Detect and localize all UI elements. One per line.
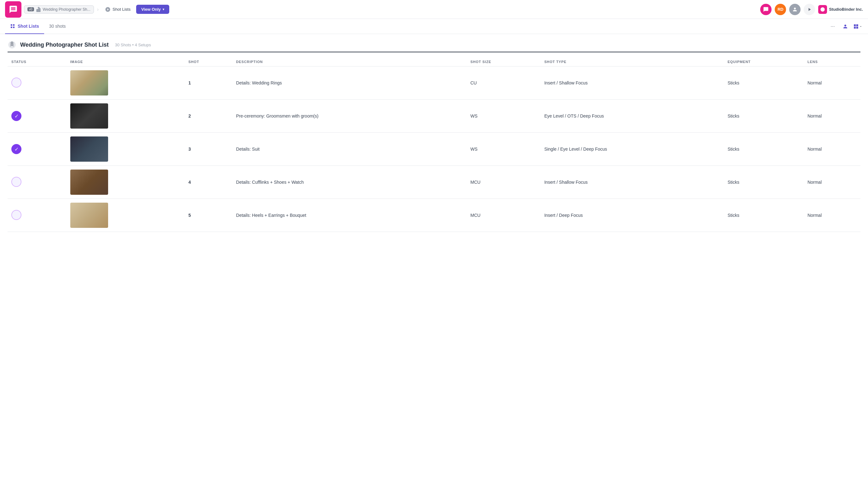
shot-size-cell: MCU: [467, 166, 540, 199]
col-image: IMAGE: [67, 57, 185, 67]
col-shot: SHOT: [185, 57, 232, 67]
grid-view-button[interactable]: [853, 22, 863, 31]
shot-description: Details: Cufflinks + Shoes + Watch: [236, 180, 304, 185]
col-equipment: EQUIPMENT: [724, 57, 804, 67]
secondary-nav: Shot Lists 30 shots ···: [0, 19, 868, 34]
list-icon: [8, 40, 16, 49]
shot-size-value: MCU: [470, 180, 480, 185]
chat-avatar[interactable]: [760, 4, 771, 15]
shot-type-cell: Eye Level / OTS / Deep Focus: [541, 100, 724, 133]
shot-type-value: Eye Level / OTS / Deep Focus: [544, 113, 604, 118]
shot-type-cell: Insert / Shallow Focus: [541, 166, 724, 199]
lens-cell: Normal: [804, 100, 860, 133]
equipment-cell: Sticks: [724, 100, 804, 133]
shot-number-cell: 3: [185, 133, 232, 166]
description-cell: Details: Wedding Rings: [232, 67, 467, 100]
lens-value: Normal: [808, 113, 822, 118]
shot-type-value: Insert / Shallow Focus: [544, 180, 588, 185]
list-header: Wedding Photographer Shot List 30 Shots …: [8, 40, 860, 49]
shot-size-cell: WS: [467, 100, 540, 133]
status-checked[interactable]: ✓: [11, 111, 22, 121]
table-row: ✓2Pre-ceremony: Groomsmen with groom(s)W…: [8, 100, 860, 133]
image-cell: [67, 100, 185, 133]
version-badge: v0: [27, 7, 34, 11]
shot-number-cell: 5: [185, 199, 232, 232]
image-cell: [67, 133, 185, 166]
table-row: 1Details: Wedding RingsCUInsert / Shallo…: [8, 67, 860, 100]
sb-icon: [818, 5, 827, 14]
shot-size-value: CU: [470, 80, 476, 85]
shot-size-cell: MCU: [467, 199, 540, 232]
shot-image: [70, 203, 108, 228]
image-cell: [67, 67, 185, 100]
status-cell[interactable]: ✓: [8, 133, 67, 166]
col-description: DESCRIPTION: [232, 57, 467, 67]
table-row: ✓3Details: SuitWSSingle / Eye Level / De…: [8, 133, 860, 166]
shot-description: Details: Suit: [236, 146, 260, 152]
shot-number-cell: 1: [185, 67, 232, 100]
top-nav: v0 Wedding Photographer Sh... › Shot Lis…: [0, 0, 868, 19]
col-lens: LENS: [804, 57, 860, 67]
version-tag[interactable]: v0 Wedding Photographer Sh...: [24, 5, 94, 14]
shot-size-value: WS: [470, 146, 478, 152]
list-meta: 30 Shots • 4 Setups: [115, 43, 151, 47]
description-cell: Details: Cufflinks + Shoes + Watch: [232, 166, 467, 199]
equipment-value: Sticks: [727, 180, 739, 185]
shot-size-value: MCU: [470, 213, 480, 218]
status-cell[interactable]: [8, 166, 67, 199]
equipment-cell: Sticks: [724, 166, 804, 199]
equipment-value: Sticks: [727, 146, 739, 152]
shot-number: 4: [188, 180, 191, 185]
table-header: STATUS IMAGE SHOT DESCRIPTION SHOT SIZE …: [8, 57, 860, 67]
app-logo[interactable]: [5, 1, 22, 18]
chevron-down-icon: ▾: [162, 8, 164, 11]
status-cell[interactable]: [8, 67, 67, 100]
shot-description: Details: Wedding Rings: [236, 80, 282, 85]
shot-image: [70, 137, 108, 162]
lens-cell: Normal: [804, 166, 860, 199]
lens-value: Normal: [808, 80, 822, 85]
user-avatar-guest[interactable]: [789, 4, 800, 15]
equipment-cell: Sticks: [724, 133, 804, 166]
person-view-button[interactable]: [840, 22, 850, 31]
view-only-button[interactable]: View Only ▾: [136, 5, 169, 14]
status-checked[interactable]: ✓: [11, 144, 22, 154]
shot-type-value: Insert / Deep Focus: [544, 213, 583, 218]
image-cell: [67, 199, 185, 232]
description-cell: Details: Suit: [232, 133, 467, 166]
col-shot-type: SHOT TYPE: [541, 57, 724, 67]
nav-shot-lists-item[interactable]: Shot Lists: [102, 5, 134, 14]
status-unchecked[interactable]: [11, 177, 22, 187]
more-options-button[interactable]: ···: [828, 22, 838, 31]
view-only-label: View Only: [141, 7, 161, 12]
main-content: Wedding Photographer Shot List 30 Shots …: [0, 34, 868, 238]
table-row: 4Details: Cufflinks + Shoes + WatchMCUIn…: [8, 166, 860, 199]
equipment-value: Sticks: [727, 213, 739, 218]
project-name: Wedding Photographer Sh...: [43, 7, 90, 12]
status-unchecked[interactable]: [11, 210, 22, 220]
equipment-cell: Sticks: [724, 199, 804, 232]
shot-size-cell: WS: [467, 133, 540, 166]
play-button[interactable]: [804, 4, 815, 15]
shot-image: [70, 170, 108, 195]
user-avatar-rd[interactable]: RD: [775, 4, 786, 15]
tab-shot-lists[interactable]: Shot Lists: [5, 19, 44, 34]
shot-image: [70, 70, 108, 96]
shot-type-cell: Insert / Deep Focus: [541, 199, 724, 232]
status-cell[interactable]: [8, 199, 67, 232]
lens-value: Normal: [808, 213, 822, 218]
col-status: STATUS: [8, 57, 67, 67]
shot-number: 1: [188, 80, 191, 85]
status-cell[interactable]: ✓: [8, 100, 67, 133]
col-shot-size: SHOT SIZE: [467, 57, 540, 67]
brand-name: StudioBinder Inc.: [829, 7, 863, 12]
nav-separator: ›: [97, 6, 99, 12]
nav-right: RD StudioBinder Inc.: [760, 4, 863, 15]
shot-type-value: Single / Eye Level / Deep Focus: [544, 146, 607, 152]
shot-number: 3: [188, 146, 191, 152]
shots-count-label: 30 shots: [49, 24, 66, 29]
svg-rect-2: [11, 27, 12, 28]
status-unchecked[interactable]: [11, 77, 22, 88]
svg-rect-3: [13, 27, 14, 28]
tab-shots-count[interactable]: 30 shots: [44, 19, 71, 34]
